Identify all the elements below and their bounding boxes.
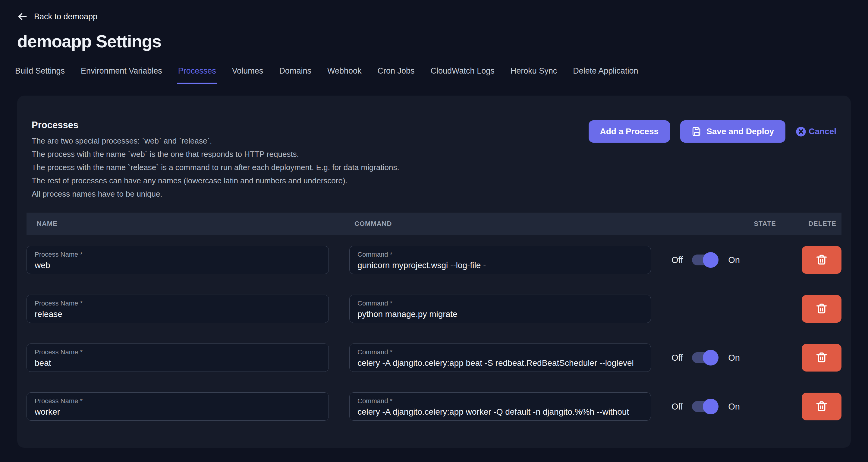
process-row: Process Name * Command * Off On xyxy=(27,392,841,421)
process-name-label: Process Name * xyxy=(35,348,321,356)
command-field: Command * xyxy=(349,392,651,421)
state-toggle[interactable] xyxy=(692,352,716,363)
delete-process-button[interactable] xyxy=(802,393,841,421)
process-name-label: Process Name * xyxy=(35,299,321,307)
add-process-label: Add a Process xyxy=(600,127,659,136)
toggle-off-label: Off xyxy=(672,255,683,265)
tab-label: Domains xyxy=(279,66,311,76)
delete-process-button[interactable] xyxy=(802,295,841,323)
process-name-field: Process Name * xyxy=(27,246,329,274)
toggle-on-label: On xyxy=(728,402,740,412)
command-label: Command * xyxy=(358,299,643,307)
tab-label: Processes xyxy=(178,66,216,76)
back-arrow-icon xyxy=(17,11,27,22)
tab-label: Heroku Sync xyxy=(510,66,557,76)
process-name-field: Process Name * xyxy=(27,295,329,323)
process-name-label: Process Name * xyxy=(35,251,321,258)
state-toggle[interactable] xyxy=(692,401,716,412)
tab-cron-jobs[interactable]: Cron Jobs xyxy=(377,66,415,84)
tab-webhook[interactable]: Webhook xyxy=(327,66,362,84)
process-name-input[interactable] xyxy=(35,358,321,368)
command-label: Command * xyxy=(358,397,643,405)
toggle-on-label: On xyxy=(728,353,740,363)
back-link-label: Back to demoapp xyxy=(34,12,97,21)
command-input[interactable] xyxy=(358,358,643,368)
state-cell: Off On xyxy=(672,255,781,265)
process-name-input[interactable] xyxy=(35,310,321,319)
cancel-button[interactable]: Cancel xyxy=(796,126,836,137)
trash-icon xyxy=(815,302,829,316)
column-header-command: COMMAND xyxy=(354,220,656,228)
page-title: demoapp Settings xyxy=(17,31,851,51)
cancel-label: Cancel xyxy=(809,127,836,136)
panel-actions: Add a Process Save and Deploy Cancel xyxy=(589,120,836,143)
tab-label: Environment Variables xyxy=(81,66,162,76)
tab-label: Cron Jobs xyxy=(378,66,415,76)
tab-bar: Build Settings Environment Variables Pro… xyxy=(0,66,868,84)
description-line: The rest of processes can have any names… xyxy=(32,174,399,187)
tab-label: Volumes xyxy=(232,66,264,76)
column-header-delete: DELETE xyxy=(808,220,836,228)
cancel-icon xyxy=(796,126,806,137)
description-line: The process with the name `release` is a… xyxy=(32,161,399,174)
process-name-input[interactable] xyxy=(35,261,321,270)
processes-panel: Processes The are two special processes:… xyxy=(17,95,851,448)
tab-domains[interactable]: Domains xyxy=(278,66,312,84)
process-row: Process Name * Command * xyxy=(27,295,841,323)
command-input[interactable] xyxy=(358,407,643,417)
tab-label: CloudWatch Logs xyxy=(431,66,495,76)
tab-label: Delete Application xyxy=(573,66,638,76)
toggle-knob xyxy=(703,350,718,366)
description-line: The process with the name `web` is the o… xyxy=(32,147,399,161)
command-field: Command * xyxy=(349,344,651,372)
save-icon xyxy=(692,126,702,137)
table-header-row: NAME COMMAND STATE DELETE xyxy=(27,212,841,235)
command-field: Command * xyxy=(349,246,651,274)
tab-label: Build Settings xyxy=(15,66,65,76)
toggle-on-label: On xyxy=(728,255,740,265)
tab-heroku-sync[interactable]: Heroku Sync xyxy=(510,66,558,84)
tab-volumes[interactable]: Volumes xyxy=(231,66,264,84)
tab-environment-variables[interactable]: Environment Variables xyxy=(80,66,163,84)
trash-icon xyxy=(815,400,829,413)
panel-description: Processes The are two special processes:… xyxy=(32,120,399,201)
save-and-deploy-button[interactable]: Save and Deploy xyxy=(680,120,785,143)
panel-title: Processes xyxy=(32,120,399,131)
process-name-field: Process Name * xyxy=(27,392,329,421)
tab-label: Webhook xyxy=(327,66,362,76)
tab-processes[interactable]: Processes xyxy=(178,66,217,84)
toggle-knob xyxy=(703,399,718,414)
toggle-knob xyxy=(703,252,718,268)
process-name-field: Process Name * xyxy=(27,344,329,372)
command-field: Command * xyxy=(349,295,651,323)
description-line: The are two special processes: `web` and… xyxy=(32,134,399,147)
process-name-label: Process Name * xyxy=(35,397,321,405)
page-header: Back to demoapp demoapp Settings xyxy=(0,0,868,51)
trash-icon xyxy=(815,351,829,365)
toggle-off-label: Off xyxy=(672,353,683,363)
command-label: Command * xyxy=(358,348,643,356)
tab-cloudwatch-logs[interactable]: CloudWatch Logs xyxy=(430,66,495,84)
state-cell: Off On xyxy=(672,401,781,412)
command-label: Command * xyxy=(358,251,643,258)
state-cell: Off On xyxy=(672,352,781,363)
tab-build-settings[interactable]: Build Settings xyxy=(14,66,65,84)
panel-header: Processes The are two special processes:… xyxy=(27,120,841,201)
state-toggle[interactable] xyxy=(692,255,716,265)
command-input[interactable] xyxy=(358,261,643,270)
delete-process-button[interactable] xyxy=(802,344,841,372)
trash-icon xyxy=(815,253,829,267)
command-input[interactable] xyxy=(358,310,643,319)
tab-delete-application[interactable]: Delete Application xyxy=(572,66,639,84)
delete-process-button[interactable] xyxy=(802,246,841,274)
add-process-button[interactable]: Add a Process xyxy=(589,120,670,143)
save-and-deploy-label: Save and Deploy xyxy=(707,127,774,136)
back-link[interactable]: Back to demoapp xyxy=(17,11,97,22)
process-row: Process Name * Command * Off On xyxy=(27,246,841,274)
process-name-input[interactable] xyxy=(35,407,321,417)
description-line: All process names have to be unique. xyxy=(32,187,399,201)
column-header-name: NAME xyxy=(32,220,334,228)
process-table-body: Process Name * Command * Off On Process … xyxy=(27,246,841,421)
toggle-off-label: Off xyxy=(672,402,683,412)
process-row: Process Name * Command * Off On xyxy=(27,344,841,372)
